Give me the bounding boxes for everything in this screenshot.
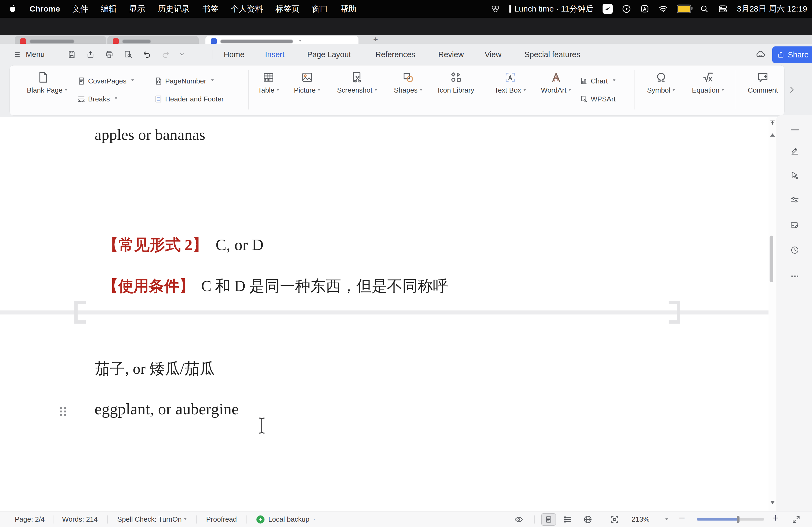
menu-file[interactable]: 文件 xyxy=(72,3,88,15)
shapes-button[interactable]: Shapes xyxy=(392,71,424,106)
zoom-in-button[interactable]: + xyxy=(772,512,779,524)
tab-chevron-down-icon[interactable] xyxy=(299,40,302,43)
comment-button[interactable]: Comment xyxy=(747,71,779,106)
share-button[interactable]: Share xyxy=(772,46,812,63)
spotlight-search-icon[interactable] xyxy=(700,4,709,13)
menu-history[interactable]: 历史记录 xyxy=(158,3,190,15)
print-button[interactable] xyxy=(103,48,116,61)
menu-profiles[interactable]: 个人资料 xyxy=(231,3,263,15)
fullscreen-button[interactable] xyxy=(792,515,801,524)
tab-references[interactable]: References xyxy=(375,44,415,65)
vertical-scrollbar[interactable] xyxy=(768,117,777,511)
screenshot-button[interactable]: Screenshot xyxy=(337,71,377,106)
save-button[interactable] xyxy=(65,48,78,61)
document-canvas[interactable]: apples or bananas 【常见形式 2】 C, or D 【使用条件… xyxy=(0,117,812,511)
scroll-up-arrow[interactable] xyxy=(770,131,775,137)
symbol-button[interactable]: Symbol xyxy=(645,71,677,106)
menu-view[interactable]: 显示 xyxy=(129,3,145,15)
tab-page-layout[interactable]: Page Layout xyxy=(307,44,351,65)
spell-check-toggle[interactable]: Spell Check: TurnOn xyxy=(117,515,187,524)
cloud-sync-icon[interactable] xyxy=(755,49,766,60)
apple-logo-icon[interactable] xyxy=(8,4,17,13)
sidebar-history-tool[interactable] xyxy=(790,245,800,255)
main-menu-button[interactable]: Menu xyxy=(14,44,45,65)
menu-bookmarks[interactable]: 书签 xyxy=(202,3,218,15)
sidebar-select-tool[interactable] xyxy=(790,170,800,181)
doc-line-apples[interactable]: apples or bananas xyxy=(95,125,205,144)
circles-cluster-icon[interactable] xyxy=(491,4,500,14)
reading-eye-button[interactable] xyxy=(514,515,523,524)
redo-button[interactable] xyxy=(159,48,172,61)
header-footer-button[interactable]: Header and Footer xyxy=(155,94,224,104)
input-method-icon[interactable] xyxy=(640,4,649,13)
new-tab-button[interactable]: + xyxy=(373,35,378,44)
document-tab-2[interactable] xyxy=(107,36,199,44)
doc-line-eggplant-en[interactable]: eggplant, or aubergine xyxy=(95,400,239,418)
equation-button[interactable]: Equation xyxy=(689,71,727,106)
menubar-app-name[interactable]: Chrome xyxy=(30,4,60,13)
zoom-level-value[interactable]: 213% xyxy=(632,515,650,524)
blank-page-button[interactable]: Blank Page xyxy=(27,71,59,106)
zoom-chevron-icon[interactable] xyxy=(665,518,668,522)
document-tab-active[interactable] xyxy=(205,36,359,44)
doc-line-eggplant-cn[interactable]: 茄子, or 矮瓜/茄瓜 xyxy=(95,359,215,379)
wifi-icon[interactable] xyxy=(658,4,668,14)
menu-help[interactable]: 帮助 xyxy=(340,3,356,15)
sidebar-pen-tool[interactable] xyxy=(790,146,800,156)
tab-insert[interactable]: Insert xyxy=(265,44,285,65)
menu-label: Menu xyxy=(26,50,45,59)
qat-more-button[interactable] xyxy=(177,48,187,61)
icon-library-button[interactable]: Icon Library xyxy=(434,71,477,106)
sidebar-settings-tool[interactable] xyxy=(790,195,800,205)
battery-icon[interactable] xyxy=(677,5,691,13)
doc-line-common-form[interactable]: 【常见形式 2】 C, or D xyxy=(103,235,263,255)
fit-page-button[interactable] xyxy=(610,515,619,524)
page-indicator[interactable]: Page: 2/4 xyxy=(15,515,45,524)
reminder-status[interactable]: Lunch time · 11分钟后 xyxy=(509,3,594,15)
page-number-button[interactable]: PageNumber xyxy=(155,76,214,86)
sidebar-more-tools[interactable] xyxy=(790,271,800,281)
cover-pages-button[interactable]: CoverPages xyxy=(77,76,134,86)
scroll-down-arrow[interactable] xyxy=(770,501,775,506)
breaks-button[interactable]: Breaks xyxy=(77,94,117,104)
ribbon-expand-chevron-icon[interactable] xyxy=(787,85,796,94)
tab-special-features[interactable]: Special features xyxy=(524,44,580,65)
doc-line-usage-condition[interactable]: 【使用条件】 C 和 D 是同一种东西，但是不同称呼 xyxy=(103,276,448,297)
chart-button[interactable]: Chart xyxy=(580,76,615,86)
sidebar-collapse-handle[interactable] xyxy=(790,124,800,135)
zoom-slider-thumb[interactable] xyxy=(737,516,740,523)
undo-button[interactable] xyxy=(140,48,154,61)
picture-icon xyxy=(301,71,313,84)
table-button[interactable]: Table xyxy=(252,71,285,106)
proofread-button[interactable]: Proofread xyxy=(206,515,237,524)
tab-label-blurred xyxy=(122,40,151,43)
sidebar-signature-tool[interactable] xyxy=(790,220,800,230)
zoom-slider-track[interactable] xyxy=(697,518,764,521)
scroll-to-top-icon[interactable] xyxy=(769,119,776,125)
wpsart-button[interactable]: WPSArt xyxy=(580,94,615,104)
export-button[interactable] xyxy=(84,48,97,61)
wordart-button[interactable]: WordArt xyxy=(539,71,574,106)
page-view-button[interactable] xyxy=(541,513,556,526)
web-view-button[interactable] xyxy=(583,515,592,524)
menu-window[interactable]: 窗口 xyxy=(312,3,328,15)
picture-button[interactable]: Picture xyxy=(291,71,323,106)
tab-home[interactable]: Home xyxy=(224,44,244,65)
outline-view-button[interactable] xyxy=(563,515,572,524)
document-tab-1[interactable] xyxy=(15,36,106,44)
text-box-button[interactable]: Text Box xyxy=(494,71,526,106)
print-preview-button[interactable] xyxy=(121,48,135,61)
tab-review[interactable]: Review xyxy=(438,44,464,65)
menu-tabs[interactable]: 标签页 xyxy=(275,3,300,15)
paragraph-drag-handle[interactable] xyxy=(60,407,66,416)
zoom-out-button[interactable]: − xyxy=(679,512,685,524)
local-backup-status[interactable]: Local backup · xyxy=(257,515,316,524)
word-count[interactable]: Words: 214 xyxy=(62,515,98,524)
menubar-datetime[interactable]: 3月28日 周六 12:19 xyxy=(737,3,807,15)
tab-view[interactable]: View xyxy=(485,44,501,65)
bird-app-icon[interactable] xyxy=(603,4,613,14)
play-status-icon[interactable] xyxy=(622,4,631,13)
scrollbar-thumb[interactable] xyxy=(770,236,773,282)
control-center-icon[interactable] xyxy=(718,4,728,14)
menu-edit[interactable]: 编辑 xyxy=(101,3,117,15)
